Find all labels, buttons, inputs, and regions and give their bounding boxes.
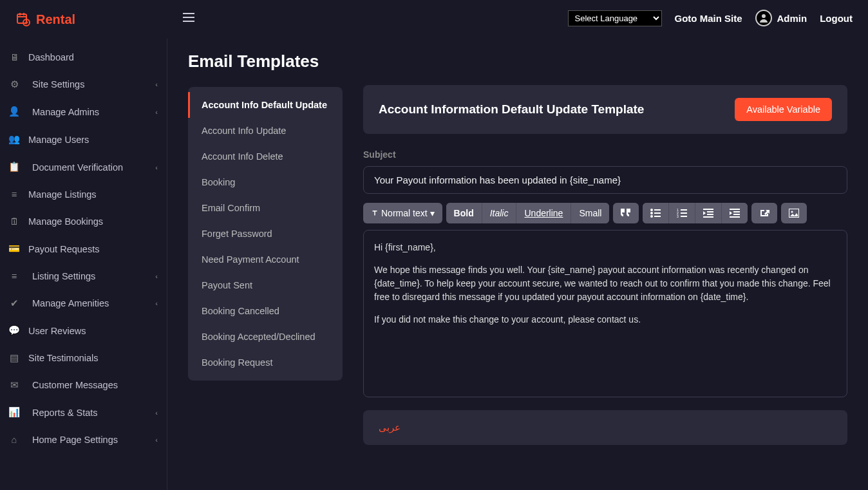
sidebar-item-document-verification[interactable]: 📋Document Verification‹ [0, 153, 167, 181]
chevron-left-icon: ‹ [155, 108, 158, 116]
gear-icon: ⚙ [9, 79, 19, 90]
svg-rect-12 [654, 212, 661, 214]
template-item[interactable]: Email Confirm [188, 195, 343, 221]
sidebar-item-manage-bookings[interactable]: 🗓Manage Bookings [0, 208, 167, 235]
card-icon: 💳 [9, 243, 19, 254]
template-item[interactable]: Need Payment Account [188, 247, 343, 272]
subject-label: Subject [363, 149, 847, 160]
chevron-left-icon: ‹ [155, 272, 158, 280]
svg-rect-16 [681, 209, 687, 211]
editor-body[interactable]: Hi {first_name}, We hope this message fi… [363, 230, 847, 397]
svg-point-8 [762, 14, 766, 18]
template-item[interactable]: Booking Accepted/Declined [188, 324, 343, 350]
sidebar-item-label: Site Settings [32, 79, 84, 90]
menu-toggle-icon[interactable] [183, 12, 194, 25]
list-ol-icon: 123 [677, 209, 687, 218]
chevron-left-icon: ‹ [155, 409, 158, 417]
svg-point-9 [650, 209, 653, 211]
svg-rect-10 [654, 209, 661, 211]
svg-point-30 [791, 211, 793, 213]
user-name: Admin [777, 13, 807, 24]
outdent-button[interactable] [695, 203, 722, 223]
sidebar-nav: 🖥Dashboard⚙Site Settings‹👤Manage Admins‹… [0, 39, 167, 490]
chevron-down-icon: ▾ [430, 208, 435, 218]
svg-rect-24 [703, 216, 713, 218]
admin-icon: 👤 [9, 106, 19, 117]
sidebar-item-user-reviews[interactable]: 💬User Reviews [0, 317, 167, 344]
sidebar-item-label: Site Testimonials [28, 353, 99, 363]
sidebar-item-home-page-settings[interactable]: ⌂Home Page Settings‹ [0, 426, 167, 453]
sidebar-item-label: Customer Messages [32, 380, 118, 390]
sidebar-item-label: Document Verification [32, 162, 123, 173]
sidebar-item-listing-settings[interactable]: ≡Listing Settings‹ [0, 263, 167, 290]
template-item[interactable]: Forget Password [188, 221, 343, 247]
format-dropdown[interactable]: Normal text ▾ [363, 203, 442, 223]
language-label: عربى [379, 422, 401, 433]
subject-input[interactable] [363, 166, 847, 194]
template-item[interactable]: Account Info Default Update [188, 92, 343, 118]
sidebar-item-manage-amenities[interactable]: ✔Manage Amenities‹ [0, 290, 167, 317]
svg-rect-22 [707, 211, 713, 212]
sidebar-item-label: Manage Bookings [28, 216, 103, 227]
home-icon: ⌂ [9, 435, 19, 445]
template-header-title: Account Information Default Update Templ… [379, 102, 644, 117]
indent-button[interactable] [722, 203, 748, 223]
svg-rect-14 [654, 216, 661, 217]
ordered-list-button[interactable]: 123 [669, 203, 695, 223]
bold-button[interactable]: Bold [446, 203, 482, 223]
template-item[interactable]: Booking Request [188, 350, 343, 375]
goto-main-site-link[interactable]: Goto Main Site [675, 13, 742, 24]
sidebar-item-manage-listings[interactable]: ≡Manage Listings [0, 181, 167, 208]
list-icon: ≡ [9, 189, 19, 200]
quote-icon: ▤ [9, 353, 19, 363]
sidebar-item-customer-messages[interactable]: ✉Customer Messages [0, 372, 167, 399]
image-button[interactable] [781, 203, 807, 223]
sidebar-item-payout-requests[interactable]: 💳Payout Requests [0, 235, 167, 263]
sidebar-item-reports-&-stats[interactable]: 📊Reports & Stats‹ [0, 399, 167, 426]
svg-rect-18 [681, 212, 687, 214]
italic-button[interactable]: Italic [482, 203, 517, 223]
outdent-icon [703, 209, 713, 218]
unordered-list-button[interactable] [643, 203, 669, 223]
template-list: Account Info Default UpdateAccount Info … [188, 87, 343, 381]
template-item[interactable]: Booking Cancelled [188, 298, 343, 324]
editor-paragraph: If you did not make this change to your … [374, 313, 836, 326]
chart-icon: 📊 [9, 407, 19, 418]
template-item[interactable]: Payout Sent [188, 272, 343, 298]
underline-button[interactable]: Underline [516, 203, 571, 223]
sidebar-item-manage-admins[interactable]: 👤Manage Admins‹ [0, 98, 167, 126]
user-menu[interactable]: Admin [755, 10, 807, 26]
quote-button[interactable] [613, 203, 639, 223]
sidebar-item-manage-users[interactable]: 👥Manage Users [0, 126, 167, 153]
available-variable-button[interactable]: Available Variable [735, 98, 832, 121]
svg-rect-21 [703, 209, 713, 210]
sidebar-item-label: Manage Amenities [32, 298, 109, 308]
brand-logo[interactable]: Rental [0, 0, 167, 39]
svg-point-13 [650, 215, 653, 218]
export-icon [759, 209, 769, 218]
template-item[interactable]: Booking [188, 169, 343, 195]
check-icon: ✔ [9, 298, 19, 308]
svg-rect-5 [183, 13, 194, 14]
logout-link[interactable]: Logout [820, 13, 853, 24]
sidebar-item-site-testimonials[interactable]: ▤Site Testimonials [0, 344, 167, 372]
sidebar-item-label: Manage Admins [32, 107, 99, 117]
sidebar: Rental 🖥Dashboard⚙Site Settings‹👤Manage … [0, 0, 167, 490]
template-item[interactable]: Account Info Update [188, 118, 343, 144]
sidebar-item-label: Listing Settings [32, 271, 95, 281]
language-section-arabic[interactable]: عربى [363, 410, 847, 445]
monitor-icon: 🖥 [9, 52, 19, 62]
language-select[interactable]: Select Language [568, 10, 662, 26]
small-button[interactable]: Small [571, 203, 609, 223]
export-button[interactable] [751, 203, 777, 223]
sidebar-item-label: Dashboard [28, 52, 74, 62]
sidebar-item-site-settings[interactable]: ⚙Site Settings‹ [0, 71, 167, 98]
template-item[interactable]: Account Info Delete [188, 144, 343, 169]
chevron-left-icon: ‹ [155, 164, 158, 171]
svg-rect-23 [707, 214, 713, 215]
doc-icon: 📋 [9, 162, 19, 173]
sidebar-item-dashboard[interactable]: 🖥Dashboard [0, 44, 167, 71]
svg-rect-27 [733, 214, 740, 215]
sidebar-item-label: User Reviews [28, 326, 86, 336]
sliders-icon: ≡ [9, 271, 19, 281]
